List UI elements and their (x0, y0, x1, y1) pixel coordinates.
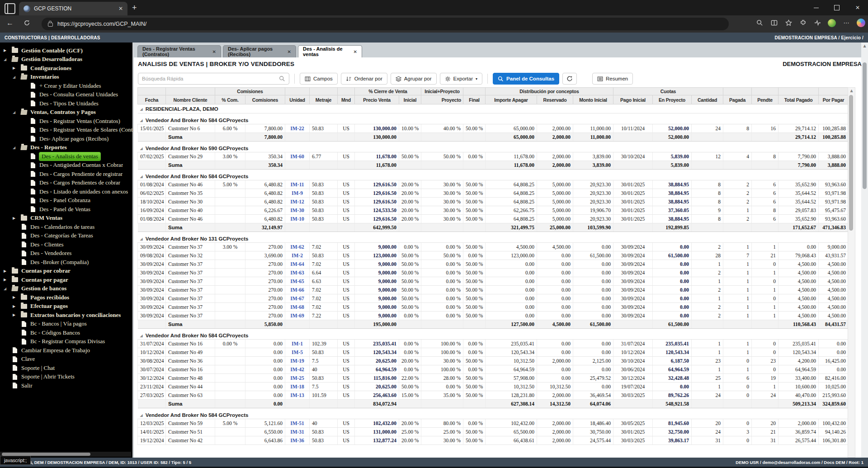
expand-icon[interactable]: ▶ (4, 269, 11, 273)
tab-actions-icon[interactable] (5, 3, 15, 14)
profile-avatar[interactable] (828, 19, 836, 27)
doc-tab-close-icon[interactable]: ✕ (212, 49, 216, 54)
column-header[interactable]: Monto Inicial (573, 95, 613, 104)
column-header[interactable]: Total Pagado (778, 95, 819, 104)
window-close-button[interactable]: ✕ (847, 0, 868, 15)
copilot-icon[interactable] (857, 19, 865, 27)
unit-link[interactable]: IM-62 (290, 244, 304, 250)
table-row[interactable]: 30/12/2024Customer No 480.00IM-2550.83US… (138, 374, 849, 383)
unit-link[interactable]: IM-11 (291, 182, 304, 187)
collapse-icon[interactable]: ◢ (13, 110, 20, 114)
unit-link[interactable]: IM-42 (290, 367, 304, 372)
sidebar-item[interactable]: Des- Aplicar pagos (Recibos) (0, 134, 132, 143)
sidebar-item[interactable]: Des - Registrar Ventas de Solares (Contr… (0, 126, 132, 135)
sidebar-item[interactable]: Soporte | Chat (0, 364, 132, 373)
table-row[interactable]: 23/11/2024Customer No 440.00IM-187.5US20… (138, 383, 849, 391)
vendor-group-row[interactable]: ◢Vendedor And Broker No 584 GCProyects (138, 113, 849, 124)
agrupar-button[interactable]: Agrupar por (391, 73, 437, 85)
unit-link[interactable]: IM-36 (290, 438, 304, 443)
column-header[interactable]: Mnd (338, 95, 355, 104)
tab-close-icon[interactable]: ✕ (118, 5, 123, 12)
unit-link[interactable]: IM-1 (292, 341, 303, 346)
collapse-icon[interactable]: ◢ (13, 75, 20, 79)
split-screen-icon[interactable] (770, 19, 778, 27)
grid-vertical-scrollbar[interactable]: ▲ (848, 87, 855, 458)
window-minimize-button[interactable] (806, 0, 826, 15)
unit-link[interactable]: IM-10 (290, 216, 304, 222)
column-header[interactable]: Proyecto (421, 95, 463, 104)
sidebar-item[interactable]: Des - Tipos De Unidades (0, 99, 132, 108)
search-input[interactable]: Búsqueda Rápida (138, 73, 289, 85)
unit-link[interactable]: IM-60 (290, 154, 304, 159)
column-header[interactable]: Pendte (752, 95, 778, 104)
favorites-star-icon[interactable] (784, 19, 793, 27)
column-header[interactable]: Comisiones (245, 95, 285, 104)
collapse-group-icon[interactable]: ◢ (140, 413, 143, 417)
expand-icon[interactable]: ▶ (13, 295, 20, 299)
sidebar-item[interactable]: Des - Vendedores (0, 249, 132, 258)
column-header[interactable]: Pago Inicial (613, 95, 653, 104)
collapse-icon[interactable]: ◢ (4, 57, 11, 61)
unit-link[interactable]: IM-63 (290, 270, 304, 275)
sidebar-item[interactable]: Des - Cargos Pendientes de cobrar (0, 179, 132, 188)
table-row[interactable]: 30/09/2024Customer No 37270.00IM-656.63U… (138, 277, 849, 286)
sidebar-item[interactable]: Bc - Códigos Bancos (0, 328, 132, 337)
sidebar-item[interactable]: ▶Gestión Contable (GCF) (0, 46, 132, 55)
collapse-group-icon[interactable]: ◢ (140, 334, 143, 338)
collapse-group-icon[interactable]: ◢ (140, 107, 143, 111)
collapse-icon[interactable]: ◢ (4, 287, 11, 291)
browser-tab[interactable]: GCP GESTION ✕ (19, 2, 127, 15)
table-row[interactable]: 07/02/2025Customer No 293.00 %350.34IM-6… (138, 152, 849, 161)
column-header[interactable]: Final (463, 95, 486, 104)
table-row[interactable]: 10/12/2024Customer No 490.00IM-550.83US1… (138, 348, 849, 357)
doc-tab[interactable]: Des- Aplicar pagos (Recibos)✕ (223, 45, 296, 57)
column-header[interactable]: Nombre Cliente (166, 95, 215, 104)
column-header[interactable]: Fecha (138, 95, 166, 104)
table-row[interactable]: 30/09/2024Customer No 37270.00IM-687.02U… (138, 303, 849, 312)
table-row[interactable]: 30/09/2024Customer No 37270.00IM-647.02U… (138, 260, 849, 269)
table-row[interactable]: 30/07/2024Customer No 160.00IM-4240US64,… (138, 365, 849, 374)
table-row[interactable]: 18/10/2024Customer No 306,480.82IM-1250.… (138, 198, 849, 206)
column-header[interactable]: Metraje (310, 95, 338, 104)
column-header[interactable]: Precio Venta (355, 95, 399, 104)
doc-tab-close-icon[interactable]: ✕ (354, 49, 357, 54)
table-row[interactable]: 01/08/2024Customer No 466,480.82IM-1050.… (138, 215, 849, 223)
sidebar-item[interactable]: ◢Gestion de bancos (0, 284, 132, 293)
extensions-icon[interactable] (799, 19, 807, 27)
refresh-button[interactable] (562, 73, 577, 85)
sidebar-item[interactable]: Des - Calendarios de tareas (0, 222, 132, 232)
sidebar-item[interactable]: ▶Cuentas por cobrar (0, 267, 132, 276)
sidebar-item[interactable]: Des - Analisis de ventas (0, 152, 132, 161)
url-field[interactable]: https://gcproyects.com/GCP_MAIN/ (42, 18, 729, 30)
ordenar-button[interactable]: Ordenar por (341, 73, 387, 85)
sidebar-item[interactable]: ◢Inventarios (0, 73, 132, 82)
sidebar-item[interactable]: Salir (0, 381, 132, 390)
unit-link[interactable]: IM-9 (292, 190, 303, 196)
expand-icon[interactable]: ▶ (13, 216, 20, 220)
campos-button[interactable]: Campos (300, 73, 338, 85)
collapse-group-icon[interactable]: ◢ (140, 147, 143, 151)
unit-link[interactable]: IM-64 (290, 261, 304, 267)
column-header[interactable]: Por Pagar (819, 95, 849, 104)
table-row[interactable]: 14/01/2025Customer No 516,550.00IM-3150.… (138, 428, 849, 436)
sidebar-item[interactable]: Des - Panel Cobranza (0, 196, 132, 205)
browser-essentials-icon[interactable] (813, 19, 821, 27)
unit-link[interactable]: IM-66 (290, 287, 304, 293)
table-row[interactable]: 15/01/2025Customer No 66.00 %7,800.00IM-… (138, 124, 849, 133)
table-row[interactable]: 30/09/2024Customer No 37270.00IM-636.64U… (138, 269, 849, 277)
sidebar-item[interactable]: ▶CRM Ventas (0, 214, 132, 223)
table-row[interactable]: 30/09/2024Customer No 373.00 %270.00IM-6… (138, 243, 849, 251)
unit-link[interactable]: IM-19 (290, 358, 304, 364)
vendor-group-row[interactable]: ◢Vendedor And Broker No 584 GCProyects (138, 170, 849, 180)
sidebar-item[interactable]: Des - Categorías de Tareas (0, 232, 132, 241)
unit-link[interactable]: IM-2 (292, 253, 303, 258)
unit-link[interactable]: IM-67 (290, 296, 304, 301)
settings-ellipsis-icon[interactable]: ⋯ (842, 19, 850, 27)
sidebar-item[interactable]: Des - Cargos Pendiente de registrar (0, 170, 132, 179)
column-header[interactable]: En Proyecto (653, 95, 692, 104)
expand-icon[interactable]: ▶ (4, 278, 11, 282)
new-tab-button[interactable]: + (132, 4, 137, 12)
scroll-up-icon[interactable]: ▲ (848, 89, 855, 93)
window-maximize-button[interactable] (826, 0, 847, 15)
page-vertical-scrollbar[interactable]: ▲ (861, 43, 868, 458)
